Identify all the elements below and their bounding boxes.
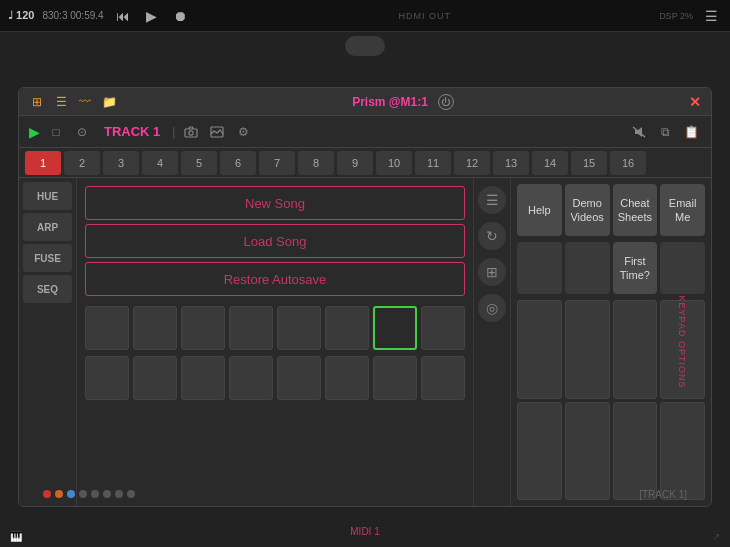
rewind-button[interactable]: ⏮: [112, 6, 134, 26]
track-num-9[interactable]: 9: [337, 151, 373, 175]
center-controls: ☰ ↻ ⊞ ◎: [473, 178, 511, 506]
power-icon: ⏻: [441, 97, 450, 107]
pad-1-4[interactable]: [229, 306, 273, 350]
track-label: TRACK 1: [104, 124, 160, 139]
toolbar-copy-button[interactable]: ⧉: [655, 122, 675, 142]
dot-red: [43, 490, 51, 498]
svg-point-1: [189, 130, 193, 134]
pad-1-7[interactable]: [373, 306, 417, 350]
toolbar-record-button[interactable]: ⊙: [72, 122, 92, 142]
main-area: ⊞ ☰ 〰 📁 Prism @M1:1 ⏻ ✕ ▶ □ ⊙ TRACK 1 |: [0, 32, 730, 547]
plugin-power-button[interactable]: ⏻: [438, 94, 454, 110]
keypad-demo-videos-button[interactable]: DemoVideos: [565, 184, 610, 236]
track-num-13[interactable]: 13: [493, 151, 529, 175]
track-num-8[interactable]: 8: [298, 151, 334, 175]
dot-orange: [55, 490, 63, 498]
track-num-16[interactable]: 16: [610, 151, 646, 175]
toolbar-paste-button[interactable]: 📋: [681, 122, 701, 142]
keypad-help-button[interactable]: Help: [517, 184, 562, 236]
keypad-pad-rows: [511, 297, 711, 506]
track-num-2[interactable]: 2: [64, 151, 100, 175]
record-button[interactable]: ⏺: [169, 6, 191, 26]
pad-area: New Song Load Song Restore Autosave: [77, 178, 473, 506]
track-num-14[interactable]: 14: [532, 151, 568, 175]
pad-1-2[interactable]: [133, 306, 177, 350]
toolbar-play-button[interactable]: ▶: [29, 124, 40, 140]
pad-2-3[interactable]: [181, 356, 225, 400]
track-num-3[interactable]: 3: [103, 151, 139, 175]
plugin-close-button[interactable]: ✕: [689, 94, 701, 110]
track-num-1[interactable]: 1: [25, 151, 61, 175]
pad-1-6[interactable]: [325, 306, 369, 350]
dot-gray-4: [115, 490, 123, 498]
status-track-label: [TRACK 1]: [639, 489, 687, 500]
ctrl-grid-button[interactable]: ⊞: [478, 258, 506, 286]
plugin-title-group: Prism @M1:1 ⏻: [352, 94, 454, 110]
keypad-empty-3: [660, 242, 705, 294]
sidebar-arp[interactable]: ARP: [23, 213, 72, 241]
pad-1-5[interactable]: [277, 306, 321, 350]
tempo-display: ♩ 120: [8, 9, 34, 22]
bottom-arrow-icon: ↗: [712, 531, 720, 542]
bars-icon: ☰: [53, 94, 69, 110]
dsp-label: DSP 2%: [659, 11, 693, 21]
sidebar-fuse[interactable]: FUSE: [23, 244, 72, 272]
track-num-11[interactable]: 11: [415, 151, 451, 175]
keypad-pad-1-3[interactable]: [613, 300, 658, 399]
pad-2-1[interactable]: [85, 356, 129, 400]
load-song-button[interactable]: Load Song: [85, 224, 465, 258]
track-num-5[interactable]: 5: [181, 151, 217, 175]
thumb-handle[interactable]: [345, 36, 385, 56]
pad-2-5[interactable]: [277, 356, 321, 400]
toolbar-image-button[interactable]: [207, 122, 227, 142]
track-num-12[interactable]: 12: [454, 151, 490, 175]
pad-1-8[interactable]: [421, 306, 465, 350]
top-bar-right: DSP 2% ☰: [659, 6, 722, 26]
toolbar-stop-button[interactable]: □: [46, 122, 66, 142]
keypad-email-me-button[interactable]: EmailMe: [660, 184, 705, 236]
top-bar: ♩ 120 830:3 00:59.4 ⏮ ▶ ⏺ HDMI OUT DSP 2…: [0, 0, 730, 32]
keypad-pad-1-2[interactable]: [565, 300, 610, 399]
track-num-7[interactable]: 7: [259, 151, 295, 175]
pad-grid-row2: [85, 356, 465, 400]
keypad-pad-1-4[interactable]: [660, 300, 705, 399]
song-buttons: New Song Load Song Restore Autosave: [85, 186, 465, 296]
track-num-4[interactable]: 4: [142, 151, 178, 175]
keypad-empty-2: [565, 242, 610, 294]
pad-2-2[interactable]: [133, 356, 177, 400]
toolbar-mute-button[interactable]: [629, 122, 649, 142]
pad-1-1[interactable]: [85, 306, 129, 350]
toolbar-camera-button[interactable]: [181, 122, 201, 142]
ctrl-menu-button[interactable]: ☰: [478, 186, 506, 214]
pad-grid-row1: [85, 306, 465, 350]
pad-1-3[interactable]: [181, 306, 225, 350]
svg-rect-0: [185, 129, 197, 137]
menu-button[interactable]: ☰: [701, 6, 722, 26]
keypad-second-row: FirstTime?: [511, 239, 711, 297]
ctrl-refresh-button[interactable]: ↻: [478, 222, 506, 250]
track-num-15[interactable]: 15: [571, 151, 607, 175]
pad-2-8[interactable]: [421, 356, 465, 400]
play-button[interactable]: ▶: [142, 6, 161, 26]
pad-2-7[interactable]: [373, 356, 417, 400]
sidebar-hue[interactable]: HUE: [23, 182, 72, 210]
keypad-cheat-sheets-button[interactable]: CheatSheets: [613, 184, 658, 236]
grid-icon: ⊞: [29, 94, 45, 110]
new-song-button[interactable]: New Song: [85, 186, 465, 220]
track-num-10[interactable]: 10: [376, 151, 412, 175]
pad-2-6[interactable]: [325, 356, 369, 400]
sidebar-seq[interactable]: SEQ: [23, 275, 72, 303]
pad-2-4[interactable]: [229, 356, 273, 400]
keypad-pad-1-1[interactable]: [517, 300, 562, 399]
top-bar-center: HDMI OUT: [399, 11, 452, 21]
toolbar-sep: |: [172, 125, 175, 139]
dot-gray-5: [127, 490, 135, 498]
wave-icon: 〰: [77, 94, 93, 110]
keypad-first-time-button[interactable]: FirstTime?: [613, 242, 658, 294]
dot-blue: [67, 490, 75, 498]
restore-autosave-button[interactable]: Restore Autosave: [85, 262, 465, 296]
toolbar-settings-button[interactable]: ⚙: [233, 122, 253, 142]
ctrl-circle-button[interactable]: ◎: [478, 294, 506, 322]
track-num-6[interactable]: 6: [220, 151, 256, 175]
plugin-content: HUE ARP FUSE SEQ New Song Load Song Rest…: [19, 178, 711, 506]
